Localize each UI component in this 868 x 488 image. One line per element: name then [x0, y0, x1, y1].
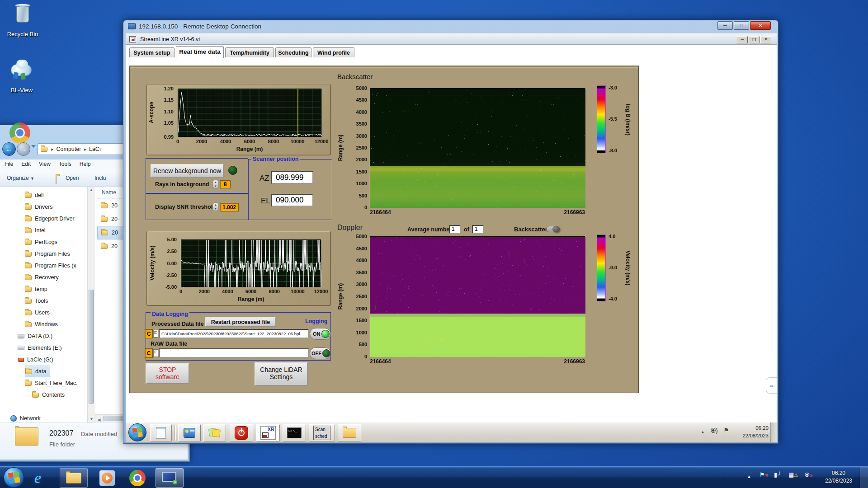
- tree-item-windows[interactable]: Windows: [25, 319, 61, 330]
- change-settings-button[interactable]: Change LiDARSettings: [255, 362, 308, 386]
- tree-item-lacie-g-[interactable]: LaCie (G:): [18, 354, 57, 366]
- renew-background-button[interactable]: Renew background now: [151, 164, 224, 178]
- snr-spinner[interactable]: ▲▼: [212, 202, 219, 211]
- average-total-value[interactable]: 1: [472, 225, 484, 234]
- back-button[interactable]: ←: [2, 142, 16, 156]
- scroll-up-icon[interactable]: ▲: [88, 187, 95, 193]
- tree-item-dell[interactable]: dell: [25, 189, 47, 201]
- tree-item-intel[interactable]: Intel: [25, 225, 49, 236]
- snr-value[interactable]: 1.002: [220, 203, 239, 211]
- host-action-center-icon[interactable]: ⚑✖: [760, 471, 768, 478]
- stop-software-button[interactable]: STOPsoftware: [146, 363, 189, 384]
- tab-scheduling[interactable]: Scheduling: [275, 47, 311, 57]
- remote-display-settings-button[interactable]: [178, 424, 201, 441]
- tree-item-tools[interactable]: Tools: [25, 295, 52, 307]
- menu-edit[interactable]: Edit: [17, 160, 35, 169]
- tab-temp-humidity[interactable]: Temp/humidity: [225, 47, 274, 57]
- tree-item-drivers[interactable]: Drivers: [25, 201, 57, 213]
- breadcrumb-drive[interactable]: LaCi: [89, 146, 101, 152]
- menu-help[interactable]: Help: [75, 160, 95, 169]
- tree-item-data[interactable]: data: [25, 366, 50, 377]
- remote-streamline-xr-button[interactable]: XR: [256, 424, 280, 441]
- blview-icon[interactable]: [10, 59, 33, 84]
- menu-tools[interactable]: Tools: [55, 160, 75, 169]
- menu-file[interactable]: File: [0, 160, 17, 169]
- remote-explorer-button[interactable]: [338, 424, 361, 441]
- remote-shutdown-button[interactable]: [230, 424, 253, 441]
- backscatter-toggle[interactable]: [546, 226, 560, 232]
- rdp-maximize-button[interactable]: □: [734, 21, 749, 30]
- vi-minimize-button[interactable]: ─: [737, 36, 748, 43]
- processed-logging-led[interactable]: ON: [310, 328, 331, 340]
- rdp-close-button[interactable]: ✕: [750, 21, 771, 30]
- history-dropdown-icon[interactable]: [31, 145, 36, 148]
- host-ie-button[interactable]: e: [34, 469, 52, 487]
- restart-processed-button[interactable]: Restart processed file: [205, 317, 276, 327]
- host-show-desktop-button[interactable]: [860, 467, 868, 488]
- vi-close-button[interactable]: ✕: [760, 36, 771, 43]
- host-chrome-button[interactable]: [129, 470, 146, 486]
- remote-flag-icon[interactable]: ⚑: [723, 427, 729, 434]
- include-button[interactable]: Inclu: [94, 175, 106, 181]
- tab-wind-profile[interactable]: Wind profile: [313, 47, 354, 57]
- host-explorer-button[interactable]: [60, 468, 88, 488]
- vi-restore-button[interactable]: ❐: [749, 36, 760, 43]
- recycle-bin-label[interactable]: Recycle Bin: [0, 31, 45, 38]
- rays-spinner[interactable]: ▲▼: [212, 180, 219, 188]
- tree-item-elements-e-[interactable]: Elements (E:): [18, 342, 66, 354]
- tree-item-users[interactable]: Users: [25, 307, 53, 319]
- remote-start-button[interactable]: [128, 423, 146, 441]
- remote-notepad-button[interactable]: [150, 424, 172, 441]
- host-start-button[interactable]: [4, 467, 24, 488]
- remote-show-desktop-button[interactable]: [770, 422, 777, 442]
- processed-drive-box[interactable]: C: [145, 329, 153, 338]
- host-power-icon[interactable]: ▮┘: [774, 471, 781, 478]
- host-network-icon[interactable]: ▦⚠: [788, 471, 798, 478]
- tree-scroll-thumb[interactable]: [89, 290, 94, 404]
- tree-item-network[interactable]: Network: [10, 413, 44, 422]
- blview-label[interactable]: BL-View: [0, 87, 43, 94]
- rdp-minimize-button[interactable]: ─: [717, 21, 733, 30]
- rays-value[interactable]: 8: [220, 180, 231, 188]
- tree-item-temp[interactable]: temp: [25, 283, 51, 295]
- teamviewer-tab[interactable]: ⇔: [766, 377, 777, 394]
- tree-scrollbar[interactable]: ▲ ▼: [87, 187, 95, 422]
- average-number-value[interactable]: 1: [449, 225, 461, 234]
- remote-sticky-notes-button[interactable]: [203, 424, 226, 441]
- az-value[interactable]: 089.999: [271, 171, 313, 184]
- tree-item-recovery[interactable]: Recovery: [25, 272, 62, 283]
- raw-path-field[interactable]: [159, 348, 309, 358]
- remote-tray-expand-icon[interactable]: ▲: [701, 430, 705, 434]
- scroll-down-icon[interactable]: ▼: [88, 416, 95, 422]
- el-value[interactable]: 090.000: [271, 194, 313, 206]
- tree-item-start-here-mac-[interactable]: Start_Here_Mac.: [25, 377, 81, 389]
- tree-item-program-files-x[interactable]: Program Files (x: [25, 260, 80, 272]
- tree-item-program-files[interactable]: Program Files: [25, 248, 74, 260]
- host-wmp-button[interactable]: [99, 470, 115, 486]
- host-clock[interactable]: 06:2022/08/2023: [819, 469, 858, 485]
- tree-item-edgeport-driver[interactable]: Edgeport Driver: [25, 213, 78, 225]
- menu-view[interactable]: View: [35, 160, 55, 169]
- remote-clock[interactable]: 06:2022/08/2023: [735, 424, 769, 441]
- host-volume-icon[interactable]: 🞊⊘: [805, 471, 813, 479]
- raw-browse-icon[interactable]: ◫: [153, 349, 158, 357]
- tab-system-setup[interactable]: System setup: [129, 47, 175, 57]
- remote-cmd-button[interactable]: C:\_: [283, 424, 306, 441]
- forward-button[interactable]: →: [17, 142, 30, 156]
- recycle-bin-icon[interactable]: [11, 4, 34, 30]
- host-tray-expand-icon[interactable]: ▲: [747, 474, 751, 479]
- organize-button[interactable]: Organize ▼: [7, 175, 34, 181]
- tab-real-time-data[interactable]: Real time data: [176, 46, 224, 58]
- processed-path-field[interactable]: C:\Lidar\Data\Proc\2023\202308\20230822\…: [159, 329, 309, 338]
- remote-scan-sched-button[interactable]: Scansched: [309, 424, 335, 441]
- host-rdp-button[interactable]: ×: [156, 468, 184, 488]
- tree-item-data-d-[interactable]: DATA (D:): [18, 330, 56, 342]
- raw-drive-box[interactable]: C: [145, 348, 153, 358]
- tree-item-perflogs[interactable]: PerfLogs: [25, 236, 61, 248]
- raw-logging-led[interactable]: OFF: [310, 347, 331, 359]
- breadcrumb-computer[interactable]: Computer: [57, 146, 81, 152]
- tree-item-contents[interactable]: Contents: [32, 389, 68, 401]
- remote-speaker-icon[interactable]: 🞊): [711, 427, 718, 435]
- open-button[interactable]: Open: [66, 175, 79, 181]
- processed-browse-icon[interactable]: ◫: [153, 330, 158, 338]
